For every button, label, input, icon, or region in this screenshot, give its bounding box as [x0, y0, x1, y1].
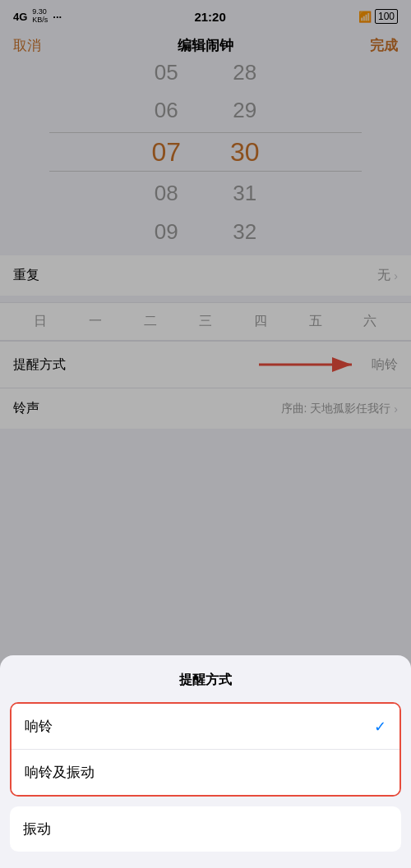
- option-ring-vibrate-label: 响铃及振动: [25, 763, 95, 782]
- option-ring-vibrate[interactable]: 响铃及振动: [12, 750, 399, 795]
- check-icon: ✓: [374, 718, 386, 736]
- option-vibrate-label: 振动: [23, 820, 51, 838]
- option-vibrate[interactable]: 振动: [10, 806, 401, 852]
- popup-overlay[interactable]: 提醒方式 响铃 ✓ 响铃及振动 振动: [0, 0, 411, 868]
- popup-outside-options: 振动: [10, 806, 401, 852]
- option-ring[interactable]: 响铃 ✓: [12, 704, 399, 750]
- popup-title: 提醒方式: [0, 672, 411, 702]
- popup-sheet: 提醒方式 响铃 ✓ 响铃及振动 振动: [0, 655, 411, 868]
- option-ring-label: 响铃: [25, 717, 53, 736]
- popup-options-group: 响铃 ✓ 响铃及振动: [10, 702, 401, 797]
